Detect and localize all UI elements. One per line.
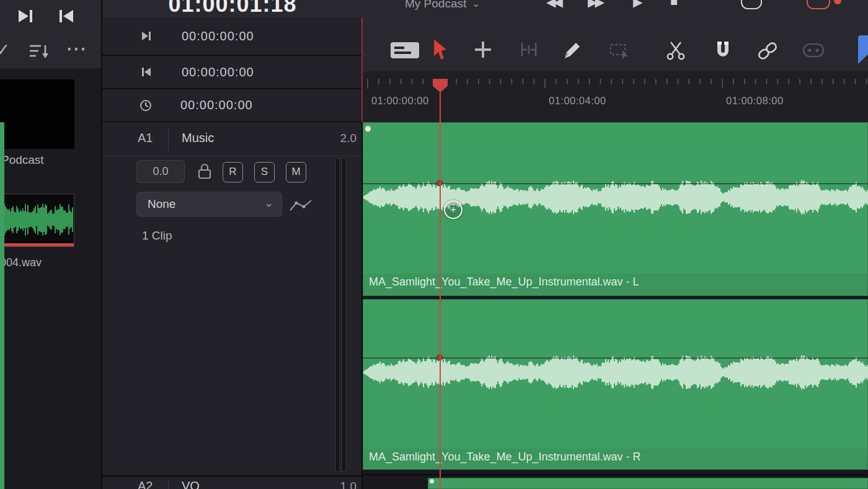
meter-right (342, 158, 346, 472)
selection-arrow-icon (430, 38, 447, 61)
magnet-icon (712, 40, 733, 61)
skip-forward-icon (16, 7, 35, 25)
more-options-button[interactable]: ⋯ (66, 36, 87, 61)
sort-button[interactable] (29, 43, 51, 60)
ruler-label: 01:00:04:00 (549, 95, 606, 107)
range-selection-icon (609, 42, 630, 60)
fade-handle[interactable] (430, 479, 434, 483)
waveform-left (363, 157, 868, 238)
loop-button[interactable] (741, 0, 762, 9)
media-item-label: Podcast (1, 153, 44, 167)
snapping-button[interactable] (712, 40, 733, 61)
selected-clip-underline (1, 243, 74, 246)
lock-track-button[interactable] (197, 162, 213, 181)
clip-count-label: 1 Clip (142, 229, 172, 243)
waveform-right (363, 332, 868, 413)
scissors-icon (665, 40, 686, 61)
master-timecode: 01:00:01:18 (167, 0, 298, 17)
skip-forward-button[interactable] (16, 7, 35, 25)
clock-icon (140, 99, 152, 112)
edit-point-tool-button[interactable] (473, 40, 493, 60)
pen-icon (561, 40, 582, 60)
automation-curve-icon (288, 197, 313, 213)
trim-mode-button[interactable] (518, 40, 539, 59)
edit-point-icon (473, 40, 493, 60)
clip-name-label: MA_Samlight_You_Take_Me_Up_Instrumental.… (369, 276, 639, 289)
track-divider (363, 474, 868, 475)
skip-end-icon (141, 30, 152, 42)
track-format: 2.0 (330, 132, 356, 145)
track-level-meters (335, 158, 346, 472)
timeline-selector-label: My Podcast (405, 0, 466, 11)
skip-back-button[interactable] (57, 7, 76, 25)
ruler-label: 01:00:00:00 (371, 95, 429, 107)
mute-button[interactable]: M (286, 162, 306, 182)
timecode-field-1[interactable]: 00:00:00:00 (102, 17, 361, 56)
effects-dropdown[interactable]: None ⌄ (136, 192, 282, 217)
track-id: A2 (138, 479, 153, 489)
automation-button[interactable] (288, 197, 313, 213)
media-item-label: 004.wav (0, 256, 42, 269)
panel-divider (101, 0, 102, 489)
play-button[interactable]: ▶ (633, 0, 642, 9)
lock-icon (197, 162, 213, 181)
clip-name-label: MA_Samlight_You_Take_Me_Up_Instrumental.… (369, 451, 641, 464)
track-name[interactable]: Music (182, 131, 214, 145)
media-thumbnail-audio[interactable] (0, 194, 74, 247)
trim-mode-icon (518, 40, 539, 59)
timecode-value: 00:00:00:00 (182, 65, 254, 79)
chevron-down-icon: ⌄ (472, 0, 480, 9)
playhead[interactable] (440, 79, 441, 489)
timecode-value: 00:00:00:00 (182, 29, 254, 43)
rewind-button[interactable]: ◀◀ (546, 0, 560, 9)
media-thumbnail-waveform (1, 198, 74, 241)
ruler-label: 01:00:08:00 (726, 95, 784, 107)
stop-button[interactable]: ■ (670, 0, 678, 9)
selection-mode-button[interactable] (430, 38, 447, 61)
flags-markers-icon (802, 42, 825, 58)
track-format: 1.0 (330, 480, 356, 489)
pen-tool-button[interactable] (561, 40, 582, 60)
fade-handle[interactable] (365, 126, 371, 132)
media-thumbnail-video[interactable] (0, 79, 74, 149)
fairlight-page: 01:00:01:18 My Podcast ⌄ ◀◀ ▶▶ ▶ ■ ✓ (0, 0, 868, 489)
track-name[interactable]: VO (182, 479, 200, 489)
timeline-view-options-icon (389, 41, 420, 60)
record-arm-button[interactable]: R (223, 162, 243, 182)
cursor-add-keyframe-icon: + (444, 200, 463, 219)
track-header-a2[interactable]: A2 VO 1.0 (102, 475, 361, 489)
left-green-clip-edge (0, 122, 4, 489)
timecode-field-2[interactable]: 00:00:00:00 (102, 56, 361, 89)
left-transport-bar (0, 0, 102, 35)
audio-clip-a2[interactable] (428, 478, 868, 489)
audio-clip-a1-right[interactable]: MA_Samlight_You_Take_Me_Up_Instrumental.… (363, 299, 868, 470)
range-selection-button[interactable] (609, 42, 630, 60)
header-divider (168, 127, 169, 151)
track-id: A1 (138, 131, 153, 145)
razor-cut-button[interactable] (665, 40, 686, 61)
media-pool-toolbar: ✓ ⋯ (0, 34, 102, 69)
panel-divider-red (361, 17, 363, 122)
timecode-value: 00:00:00:00 (180, 98, 253, 112)
sort-icon (29, 43, 51, 60)
fast-forward-button[interactable]: ▶▶ (588, 0, 602, 9)
link-clips-button[interactable] (756, 41, 779, 61)
meter-left (335, 158, 340, 472)
solo-button[interactable]: S (254, 162, 275, 182)
checkmark-icon[interactable]: ✓ (0, 40, 10, 60)
link-icon (756, 41, 779, 61)
effects-dropdown-value: None (148, 197, 175, 211)
panel-divider (361, 122, 363, 489)
timecode-field-3[interactable]: 00:00:00:00 (102, 89, 361, 122)
skip-back-icon (57, 7, 76, 25)
media-pool: Podcast 004.wav (0, 68, 102, 489)
chevron-down-icon: ⌄ (264, 196, 273, 210)
timeline-view-options-button[interactable] (389, 41, 420, 60)
header-divider (168, 480, 169, 489)
audio-clip-a1-left[interactable]: MA_Samlight_You_Take_Me_Up_Instrumental.… (363, 122, 868, 296)
timeline-selector[interactable]: My Podcast ⌄ (405, 0, 480, 11)
track-header-a1[interactable]: A1 Music 2.0 (102, 122, 361, 156)
track-volume-field[interactable]: 0.0 (136, 160, 185, 183)
flags-markers-button[interactable] (802, 42, 825, 58)
record-button[interactable] (807, 0, 830, 9)
